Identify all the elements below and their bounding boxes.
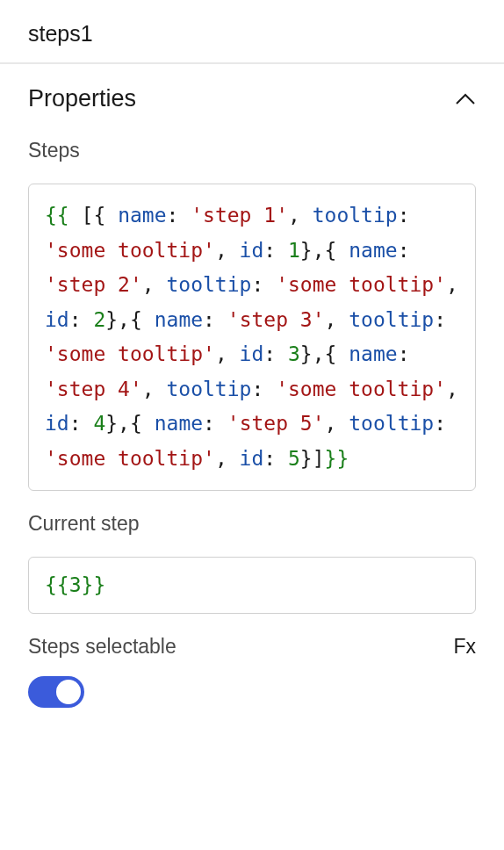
token-number: 3 [288, 342, 300, 365]
token-key: tooltip [349, 308, 434, 331]
token-punct: : [263, 239, 288, 262]
token-punct: , [215, 447, 240, 470]
properties-section: Properties Steps {{ [{ name: 'step 1', t… [0, 64, 504, 708]
token-punct: , [142, 378, 167, 400]
token-string: 'step 2' [45, 273, 142, 296]
token-number: 1 [288, 239, 300, 262]
token-key: id [240, 447, 264, 470]
token-key: id [45, 412, 69, 435]
token-key: name [336, 342, 397, 365]
token-punct: : [251, 273, 276, 296]
token-string: 'some tooltip' [45, 342, 215, 365]
chevron-up-icon [455, 89, 476, 110]
steps-selectable-toggle[interactable] [28, 676, 84, 708]
steps-selectable-label: Steps selectable [28, 635, 176, 659]
token-key: tooltip [313, 204, 398, 227]
token-string: 'some tooltip' [276, 378, 446, 400]
token-close-curly: } [300, 447, 313, 470]
token-key: name [336, 239, 397, 262]
current-step-label: Current step [28, 512, 476, 536]
token-open-bracket: [ [82, 204, 94, 227]
token-string: 'step 1' [191, 204, 288, 227]
token-open-curly: { [93, 204, 105, 227]
token-open-curly: { [130, 308, 142, 331]
section-title: Properties [28, 85, 136, 112]
token-string: 'step 4' [45, 378, 142, 400]
section-header[interactable]: Properties [28, 85, 476, 112]
fx-button[interactable]: Fx [453, 635, 476, 659]
token-curly: }, [300, 239, 325, 262]
token-punct: , [325, 308, 349, 331]
token-punct: : [398, 239, 410, 262]
component-name[interactable]: steps1 [28, 21, 476, 47]
token-punct: : [263, 447, 288, 470]
token-open-curly: { [325, 239, 337, 262]
token-string: 'step 3' [227, 308, 325, 331]
token-number: 4 [93, 412, 105, 435]
token-punct: , [215, 239, 240, 262]
token-punct: : [398, 204, 410, 227]
token-string: 'some tooltip' [276, 273, 446, 296]
token-key: name [105, 204, 166, 227]
token-key: tooltip [166, 378, 251, 400]
token-punct: , [215, 342, 240, 365]
component-header: steps1 [0, 0, 504, 64]
token-key: tooltip [349, 412, 434, 435]
steps-label: Steps [28, 139, 476, 162]
token-key: id [240, 239, 264, 262]
token-key: name [142, 308, 203, 331]
token-punct: , [288, 204, 313, 227]
steps-selectable-row: Steps selectable Fx [28, 635, 476, 659]
token-punct: : [263, 342, 288, 365]
token-close-brace: }} [325, 447, 349, 470]
token-number: 5 [288, 447, 300, 470]
token-curly: }, [105, 308, 130, 331]
token-number: 2 [93, 308, 105, 331]
token-string: 'some tooltip' [45, 239, 215, 262]
token-punct: , [142, 273, 167, 296]
token-punct: , [325, 412, 349, 435]
token-number: 3 [69, 573, 82, 596]
token-punct: : [251, 378, 276, 400]
token-curly: }, [300, 342, 325, 365]
token-punct: : [203, 412, 227, 435]
token-key: id [240, 342, 264, 365]
token-key: name [142, 412, 203, 435]
token-punct: : [434, 412, 446, 435]
token-punct: : [167, 204, 191, 227]
token-open-curly: { [325, 342, 337, 365]
token-key: tooltip [166, 273, 251, 296]
token-open-brace: {{ [45, 204, 82, 227]
token-close-brace: }} [82, 573, 106, 596]
token-string: 'step 5' [227, 412, 325, 435]
token-key: id [45, 308, 69, 331]
steps-code-input[interactable]: {{ [{ name: 'step 1', tooltip: 'some too… [28, 184, 476, 491]
token-open-brace: {{ [45, 573, 69, 596]
token-punct: , [446, 378, 458, 400]
token-punct: : [203, 308, 227, 331]
toggle-knob [56, 680, 81, 704]
current-step-input[interactable]: {{3}} [28, 557, 476, 614]
token-string: 'some tooltip' [45, 447, 215, 470]
token-punct: : [434, 308, 446, 331]
token-punct: : [69, 412, 94, 435]
token-punct: : [69, 308, 94, 331]
token-close-bracket: ] [313, 447, 325, 470]
token-punct: , [446, 273, 458, 296]
token-punct: : [398, 342, 410, 365]
token-open-curly: { [130, 412, 142, 435]
token-curly: }, [105, 412, 130, 435]
